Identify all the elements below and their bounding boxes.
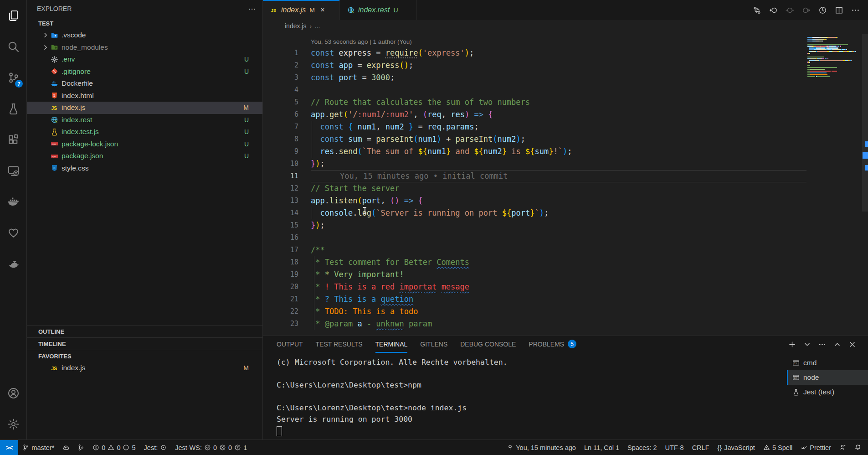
code-line-2[interactable]: 2const app = express(); [263, 59, 806, 72]
status-git-graph[interactable] [73, 440, 88, 455]
code-line-13[interactable]: 13app.listen(port, () => { [263, 195, 806, 207]
activity-item-genie[interactable] [0, 248, 26, 279]
breadcrumb[interactable]: index.js › ... [263, 20, 868, 32]
status-remote-indicator[interactable]: >< [0, 440, 18, 455]
code-line-3[interactable]: 3const port = 3000; [263, 72, 806, 84]
maximize-panel-button[interactable] [833, 341, 841, 348]
activity-item-account[interactable] [0, 377, 26, 408]
tree-item-.vscode[interactable]: .vscode [27, 29, 262, 41]
code-editor[interactable]: You, 53 seconds ago | 1 author (You)1con… [263, 32, 868, 336]
breadcrumb-more[interactable]: ... [315, 22, 320, 30]
code-line-6[interactable]: 6app.get('/:num1/:num2', (req, res) => { [263, 109, 806, 121]
code-line-14[interactable]: 14 console.log(`Server is running on por… [263, 207, 806, 219]
panel-tab-debug-console[interactable]: DEBUG CONSOLE [460, 336, 516, 353]
new-terminal-button[interactable] [788, 341, 796, 348]
status-git-branch[interactable]: master* [18, 440, 58, 455]
code-line-4[interactable]: 4 [263, 84, 806, 96]
split-editor-button[interactable] [835, 6, 843, 15]
activity-item-remote-explorer[interactable] [0, 155, 26, 186]
tree-item-index.js[interactable]: JSindex.jsM [27, 102, 262, 114]
status-feedback[interactable] [835, 440, 850, 455]
section-header-outline[interactable]: OUTLINE [27, 325, 262, 337]
tree-item-Dockerfile[interactable]: Dockerfile [27, 78, 262, 90]
panel-tab-gitlens[interactable]: GITLENS [420, 336, 447, 353]
terminal-tab-Jest (test)[interactable]: Jest (test) [787, 385, 868, 399]
more-actions-button[interactable] [818, 341, 826, 348]
code-line-11[interactable]: 11You, 15 minutes ago • initial commit [263, 170, 806, 182]
previous-change-button[interactable] [769, 6, 778, 15]
section-header-test[interactable]: TEST [27, 17, 262, 29]
tree-item-package-lock.json[interactable]: npmpackage-lock.jsonU [27, 138, 262, 150]
tree-item-node_modules[interactable]: node_modules [27, 41, 262, 54]
status-spell-checker[interactable]: 5 Spell [759, 440, 796, 455]
activity-item-explorer[interactable] [0, 0, 26, 31]
section-header-timeline[interactable]: TIMELINE [27, 337, 262, 350]
activity-item-source-control[interactable]: 7 [0, 62, 26, 93]
terminal-picker-button[interactable] [803, 341, 811, 348]
code-line-22[interactable]: 22 * TODO: This is a todo [263, 305, 806, 318]
status-jest-ws-status[interactable]: Jest-WS:001 [171, 440, 251, 455]
minimap[interactable] [807, 35, 862, 336]
explorer-more-actions-icon[interactable]: ⋯ [248, 5, 256, 13]
next-change-button[interactable] [802, 6, 811, 15]
status-cursor-position[interactable]: Ln 11, Col 1 [580, 440, 623, 455]
status-notifications[interactable] [850, 440, 865, 455]
activity-item-favorites[interactable] [0, 217, 26, 248]
tree-item-index.html[interactable]: 5index.html [27, 90, 262, 102]
code-line-21[interactable]: 21 * ? This is a quetion [263, 293, 806, 305]
tree-item-.env[interactable]: .envU [27, 53, 262, 66]
code-line-9[interactable]: 9 res.send(`The sum of ${num1} and ${num… [263, 145, 806, 158]
activity-item-docker[interactable] [0, 186, 26, 217]
activity-item-extensions[interactable] [0, 124, 26, 155]
code-line-23[interactable]: 23 * @param a - unknwn param [263, 318, 806, 330]
panel-tab-test-results[interactable]: TEST RESULTS [316, 336, 363, 353]
status-sync-changes[interactable] [58, 440, 73, 455]
tree-item-.gitignore[interactable]: .gitignoreU [27, 66, 262, 78]
code-line-19[interactable]: 19 * * Very important! [263, 269, 806, 281]
panel-tab-output[interactable]: OUTPUT [277, 336, 303, 353]
status-indentation[interactable]: Spaces: 2 [623, 440, 661, 455]
tree-item-style.css[interactable]: 3style.css [27, 162, 262, 175]
activity-item-testing[interactable] [0, 93, 26, 124]
status-problems-summary[interactable]: 005 [88, 440, 139, 455]
status-jest-status[interactable]: Jest: [140, 440, 171, 455]
terminal-output[interactable]: (c) Microsoft Corporation. Alle Rechte v… [263, 353, 787, 439]
codelens[interactable]: You, 53 seconds ago | 1 author (You) [263, 36, 806, 47]
code-line-1[interactable]: 1const express = require('express'); [263, 47, 806, 59]
activity-item-settings[interactable] [0, 408, 26, 439]
code-line-8[interactable]: 8 const sum = parseInt(num1) + parseInt(… [263, 133, 806, 145]
terminal-tab-cmd[interactable]: C:\cmd [787, 356, 868, 370]
code-line-16[interactable]: 16 [263, 232, 806, 244]
code-line-15[interactable]: 15}); [263, 219, 806, 232]
more-actions-button[interactable] [851, 6, 860, 15]
status-language-mode[interactable]: {}JavaScript [714, 440, 759, 455]
breadcrumb-file[interactable]: index.js [285, 22, 306, 30]
activity-item-search[interactable] [0, 31, 26, 62]
current-change-button[interactable] [786, 6, 794, 15]
favorite-item-index.js[interactable]: JSindex.jsM [27, 362, 262, 374]
open-changes-button[interactable] [753, 6, 761, 15]
panel-tab-terminal[interactable]: TERMINAL [375, 336, 408, 353]
panel-tab-problems[interactable]: PROBLEMS5 [529, 336, 576, 353]
editor-tab-index.rest[interactable]: index.restU [340, 0, 417, 20]
timeline-history-button[interactable] [818, 6, 827, 15]
code-line-18[interactable]: 18 * Test comment for Better Coments [263, 256, 806, 269]
code-line-5[interactable]: 5// Route that calculates the sum of two… [263, 96, 806, 109]
status-eol[interactable]: CRLF [688, 440, 714, 455]
code-line-10[interactable]: 10}); [263, 158, 806, 170]
editor-scrollbar[interactable] [862, 32, 868, 336]
close-icon[interactable]: × [318, 6, 327, 14]
tree-item-index.test.js[interactable]: index.test.jsU [27, 126, 262, 138]
status-encoding[interactable]: UTF-8 [661, 440, 688, 455]
code-line-20[interactable]: 20 * ! This is a red importat mesage [263, 281, 806, 293]
tree-item-index.rest[interactable]: index.restU [27, 114, 262, 126]
editor-tab-index.js[interactable]: JSindex.jsM× [263, 0, 340, 20]
tree-item-package.json[interactable]: npmpackage.jsonU [27, 150, 262, 162]
terminal-tab-node[interactable]: C:\node [787, 370, 868, 385]
section-header-favorites[interactable]: FAVORITES [27, 350, 262, 362]
code-line-17[interactable]: 17/** [263, 244, 806, 256]
code-line-7[interactable]: 7 const { num1, num2 } = req.params; [263, 121, 806, 133]
status-prettier[interactable]: Prettier [796, 440, 835, 455]
close-panel-button[interactable] [848, 341, 856, 348]
status-blame-annotation[interactable]: You, 15 minutes ago [503, 440, 580, 455]
